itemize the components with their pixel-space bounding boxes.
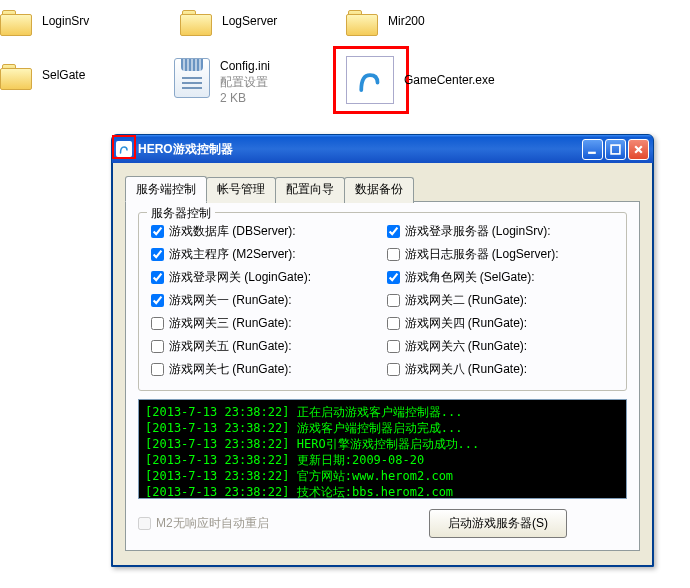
- file-config-ini[interactable]: Config.ini 配置设置 2 KB: [174, 58, 270, 106]
- ini-file-icon: [174, 58, 210, 98]
- checkbox-input[interactable]: [151, 340, 164, 353]
- checkbox-label: 游戏网关三 (RunGate):: [169, 315, 292, 332]
- exe-icon: [346, 56, 394, 104]
- checkbox-label: 游戏网关七 (RunGate):: [169, 361, 292, 378]
- auto-restart-label: M2无响应时自动重启: [156, 515, 269, 532]
- window-title: HERO游戏控制器: [138, 141, 582, 158]
- config-desc: 配置设置: [220, 74, 270, 90]
- server-checkbox[interactable]: 游戏网关四 (RunGate):: [387, 315, 615, 332]
- close-button[interactable]: [628, 139, 649, 160]
- svg-rect-0: [588, 151, 596, 153]
- server-checkbox[interactable]: 游戏主程序 (M2Server):: [151, 246, 379, 263]
- checkbox-input[interactable]: [151, 248, 164, 261]
- checkbox-input[interactable]: [387, 225, 400, 238]
- hero-controller-window: HERO游戏控制器 服务端控制 帐号管理 配置向导 数据备份 服务器控制 游戏数…: [111, 134, 654, 567]
- folder-icon: [0, 62, 32, 88]
- server-checkbox[interactable]: 游戏网关一 (RunGate):: [151, 292, 379, 309]
- tab-backup[interactable]: 数据备份: [344, 177, 414, 203]
- checkbox-input[interactable]: [387, 248, 400, 261]
- checkbox-label: 游戏登录服务器 (LoginSrv):: [405, 223, 551, 240]
- titlebar[interactable]: HERO游戏控制器: [112, 135, 653, 163]
- checkbox-input[interactable]: [151, 317, 164, 330]
- checkbox-label: 游戏登录网关 (LoginGate):: [169, 269, 311, 286]
- server-checkbox[interactable]: 游戏登录网关 (LoginGate):: [151, 269, 379, 286]
- tab-server-ctrl[interactable]: 服务端控制: [125, 176, 207, 202]
- folder-icon: [0, 8, 32, 34]
- folder-label: LogServer: [222, 14, 277, 28]
- checkbox-label: 游戏网关一 (RunGate):: [169, 292, 292, 309]
- checkbox-input[interactable]: [151, 271, 164, 284]
- minimize-button[interactable]: [582, 139, 603, 160]
- auto-restart-checkbox: M2无响应时自动重启: [138, 515, 269, 532]
- server-checkbox[interactable]: 游戏网关五 (RunGate):: [151, 338, 379, 355]
- auto-restart-input: [138, 517, 151, 530]
- checkbox-label: 游戏数据库 (DBServer):: [169, 223, 296, 240]
- server-checkbox[interactable]: 游戏网关三 (RunGate):: [151, 315, 379, 332]
- folder-icon: [346, 8, 378, 34]
- checkbox-label: 游戏网关八 (RunGate):: [405, 361, 528, 378]
- exe-name: GameCenter.exe: [404, 73, 495, 87]
- checkbox-input[interactable]: [387, 340, 400, 353]
- folder-logserver[interactable]: LogServer: [180, 8, 277, 34]
- checkbox-input[interactable]: [387, 271, 400, 284]
- folder-selgate[interactable]: SelGate: [0, 62, 85, 88]
- checkbox-label: 游戏角色网关 (SelGate):: [405, 269, 535, 286]
- checkbox-label: 游戏网关五 (RunGate):: [169, 338, 292, 355]
- checkbox-label: 游戏网关六 (RunGate):: [405, 338, 528, 355]
- config-filename: Config.ini: [220, 58, 270, 74]
- log-console: [2013-7-13 23:38:22] 正在启动游戏客户端控制器... [20…: [138, 399, 627, 499]
- config-size: 2 KB: [220, 90, 270, 106]
- server-checkbox[interactable]: 游戏网关八 (RunGate):: [387, 361, 615, 378]
- server-control-group: 服务器控制 游戏数据库 (DBServer):游戏登录服务器 (LoginSrv…: [138, 212, 627, 391]
- server-checkbox[interactable]: 游戏登录服务器 (LoginSrv):: [387, 223, 615, 240]
- checkbox-label: 游戏主程序 (M2Server):: [169, 246, 296, 263]
- folder-label: Mir200: [388, 14, 425, 28]
- tab-config-wizard[interactable]: 配置向导: [275, 177, 345, 203]
- folder-label: LoginSrv: [42, 14, 89, 28]
- tabs: 服务端控制 帐号管理 配置向导 数据备份: [125, 175, 640, 202]
- checkbox-label: 游戏网关二 (RunGate):: [405, 292, 528, 309]
- folder-mir200[interactable]: Mir200: [346, 8, 425, 34]
- server-checkbox[interactable]: 游戏网关二 (RunGate):: [387, 292, 615, 309]
- checkbox-label: 游戏网关四 (RunGate):: [405, 315, 528, 332]
- svg-rect-1: [611, 145, 620, 154]
- checkbox-label: 游戏日志服务器 (LogServer):: [405, 246, 559, 263]
- checkbox-input[interactable]: [387, 294, 400, 307]
- app-icon: [116, 141, 132, 157]
- server-checkbox[interactable]: 游戏网关七 (RunGate):: [151, 361, 379, 378]
- folder-loginsrv[interactable]: LoginSrv: [0, 8, 89, 34]
- server-checkbox[interactable]: 游戏角色网关 (SelGate):: [387, 269, 615, 286]
- server-checkbox[interactable]: 游戏日志服务器 (LogServer):: [387, 246, 615, 263]
- checkbox-input[interactable]: [151, 225, 164, 238]
- maximize-button[interactable]: [605, 139, 626, 160]
- tab-account[interactable]: 帐号管理: [206, 177, 276, 203]
- folder-label: SelGate: [42, 68, 85, 82]
- server-checkbox[interactable]: 游戏数据库 (DBServer):: [151, 223, 379, 240]
- checkbox-input[interactable]: [387, 363, 400, 376]
- start-server-button[interactable]: 启动游戏服务器(S): [429, 509, 567, 538]
- checkbox-input[interactable]: [151, 363, 164, 376]
- server-checkbox[interactable]: 游戏网关六 (RunGate):: [387, 338, 615, 355]
- folder-icon: [180, 8, 212, 34]
- group-title: 服务器控制: [147, 205, 215, 222]
- checkbox-input[interactable]: [151, 294, 164, 307]
- file-gamecenter-exe[interactable]: GameCenter.exe: [346, 56, 495, 104]
- checkbox-input[interactable]: [387, 317, 400, 330]
